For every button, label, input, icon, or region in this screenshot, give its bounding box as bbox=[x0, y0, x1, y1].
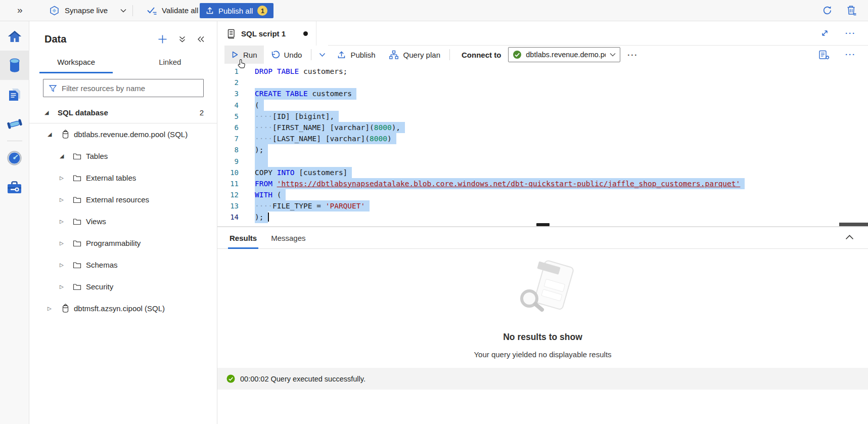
line-number: 4 bbox=[217, 100, 242, 111]
mouse-cursor-hand bbox=[238, 59, 246, 69]
collapse-all-icon[interactable] bbox=[178, 35, 186, 43]
expand-sidebar-icon[interactable]: » bbox=[17, 4, 23, 16]
code-text: WITH ( bbox=[255, 189, 286, 200]
expand-twisty-icon[interactable]: ▷ bbox=[60, 175, 73, 181]
code-line-13[interactable]: 13····FILE_TYPE = 'PARQUET' bbox=[217, 200, 868, 211]
play-icon bbox=[231, 51, 239, 59]
selection-highlight: ); bbox=[255, 211, 268, 223]
toolbar-more-options-icon[interactable]: ··· bbox=[845, 52, 856, 57]
line-number: 6 bbox=[217, 122, 242, 133]
code-line-12[interactable]: 12WITH ( bbox=[217, 189, 868, 200]
tab-more-options-icon[interactable]: ··· bbox=[845, 31, 856, 36]
sql-editor[interactable]: 1DROP TABLE customers;23CREATE TABLE cus… bbox=[217, 64, 868, 226]
tree-item-programmability[interactable]: ▷Programmability bbox=[29, 232, 217, 254]
properties-icon[interactable] bbox=[818, 50, 830, 60]
expand-twisty-icon[interactable]: ▷ bbox=[60, 284, 73, 289]
tree-item-label: Views bbox=[86, 217, 106, 226]
environment-label: Synapse live bbox=[65, 6, 108, 15]
line-number: 14 bbox=[217, 211, 242, 223]
data-panel-tabs: Workspace Linked bbox=[29, 51, 217, 73]
code-text: ); bbox=[255, 211, 269, 223]
expand-twisty-icon[interactable]: ▷ bbox=[60, 197, 73, 202]
filter-funnel-icon bbox=[49, 84, 57, 93]
results-body: No results to show Your query yielded no… bbox=[217, 249, 868, 368]
run-label: Run bbox=[243, 51, 257, 59]
nav-manage[interactable] bbox=[0, 173, 29, 202]
code-line-3[interactable]: 3CREATE TABLE customers bbox=[217, 88, 868, 99]
script-toolbar: Run Undo Publish Query plan Connect to bbox=[217, 46, 868, 64]
nav-integrate[interactable] bbox=[0, 109, 29, 139]
connect-pool-dropdown[interactable]: dbtlabs.revenue.demo.pool bbox=[508, 47, 620, 62]
tab-results[interactable]: Results bbox=[222, 227, 264, 249]
connect-more-options-icon[interactable]: ··· bbox=[627, 51, 638, 59]
publish-all-button[interactable]: Publish all 1 bbox=[200, 3, 273, 18]
nav-data[interactable] bbox=[0, 51, 29, 80]
selection-highlight bbox=[255, 156, 268, 167]
tab-workspace[interactable]: Workspace bbox=[29, 51, 123, 73]
tab-messages[interactable]: Messages bbox=[264, 227, 312, 249]
code-line-14[interactable]: 14); bbox=[217, 211, 868, 223]
code-line-9[interactable]: 9 bbox=[217, 156, 868, 167]
refresh-icon[interactable] bbox=[822, 5, 833, 16]
query-plan-button[interactable]: Query plan bbox=[382, 46, 447, 64]
tab-sql-script-1[interactable]: SQL script 1 bbox=[219, 21, 316, 46]
undo-button[interactable]: Undo bbox=[264, 46, 309, 64]
tree-item-dbtlabs-revenue-demo-pool-sql-[interactable]: ◢dbtlabs.revenue.demo.pool (SQL) bbox=[29, 123, 217, 145]
panel-title: Data bbox=[44, 33, 158, 45]
split-drag-handle[interactable] bbox=[536, 223, 550, 226]
tree-item-sql-database[interactable]: ◢SQL database2 bbox=[29, 102, 217, 123]
tree-item-external-tables[interactable]: ▷External tables bbox=[29, 167, 217, 189]
collapse-panel-icon[interactable] bbox=[197, 36, 205, 43]
code-line-2[interactable]: 2 bbox=[217, 77, 868, 88]
line-number: 5 bbox=[217, 111, 242, 122]
tree-item-schemas[interactable]: ▷Schemas bbox=[29, 254, 217, 276]
code-line-1[interactable]: 1DROP TABLE customers; bbox=[217, 66, 868, 77]
nav-home[interactable] bbox=[0, 21, 29, 51]
tree-item-external-resources[interactable]: ▷External resources bbox=[29, 189, 217, 210]
code-line-11[interactable]: 11FROM 'https://dbtlabsynapsedatalake.bl… bbox=[217, 178, 868, 189]
expand-twisty-icon[interactable]: ▷ bbox=[60, 240, 73, 246]
expand-twisty-icon[interactable]: ▷ bbox=[60, 219, 73, 224]
collapse-twisty-icon[interactable]: ◢ bbox=[60, 153, 73, 159]
discard-trash-icon[interactable] bbox=[847, 5, 857, 16]
editor-scrollbar-thumb[interactable] bbox=[839, 223, 868, 226]
collapse-results-icon[interactable] bbox=[845, 234, 854, 240]
code-text: DROP TABLE customers; bbox=[255, 66, 347, 77]
undo-redo-dropdown[interactable] bbox=[314, 46, 331, 64]
tab-linked[interactable]: Linked bbox=[123, 51, 217, 73]
selection-highlight: CREATE TABLE customers bbox=[255, 88, 356, 99]
code-line-4[interactable]: 4( bbox=[217, 100, 868, 111]
code-line-5[interactable]: 5····[ID] [bigint], bbox=[217, 111, 868, 122]
collapse-twisty-icon[interactable]: ◢ bbox=[44, 109, 58, 116]
publish-button[interactable]: Publish bbox=[331, 46, 382, 64]
synapse-live-selector[interactable]: Synapse live bbox=[44, 0, 131, 21]
expand-twisty-icon[interactable]: ▷ bbox=[48, 306, 61, 311]
tree-item-tables[interactable]: ◢Tables bbox=[29, 145, 217, 167]
code-text: CREATE TABLE customers bbox=[255, 88, 356, 99]
document-tabbar: SQL script 1 ··· bbox=[217, 21, 868, 46]
filter-box bbox=[43, 79, 204, 97]
nav-develop[interactable] bbox=[0, 80, 29, 109]
expand-editor-icon[interactable] bbox=[820, 29, 829, 37]
collapse-twisty-icon[interactable]: ◢ bbox=[48, 131, 61, 138]
top-command-bar: » Synapse live Validate all Publish all … bbox=[0, 0, 868, 21]
code-line-10[interactable]: 10COPY INTO [customers] bbox=[217, 167, 868, 178]
code-line-6[interactable]: 6····[FIRST_NAME] [varchar](8000), bbox=[217, 122, 868, 133]
code-line-7[interactable]: 7····[LAST_NAME] [varchar](8000) bbox=[217, 133, 868, 144]
nav-monitor[interactable] bbox=[0, 143, 29, 173]
tree-item-label: Tables bbox=[86, 152, 108, 160]
synapse-logo-icon bbox=[50, 6, 59, 16]
code-text: ····[ID] [bigint], bbox=[255, 111, 339, 122]
validate-all-button[interactable]: Validate all bbox=[143, 0, 202, 21]
validate-check-icon bbox=[147, 6, 157, 15]
publish-count-badge: 1 bbox=[257, 6, 267, 16]
tree-item-views[interactable]: ▷Views bbox=[29, 210, 217, 232]
add-resource-icon[interactable] bbox=[158, 34, 167, 44]
tree-item-security[interactable]: ▷Security bbox=[29, 276, 217, 298]
tree-item-dbtmsft-azsyn-cipool-sql-[interactable]: ▷dbtmsft.azsyn.cipool (SQL) bbox=[29, 298, 217, 319]
code-line-8[interactable]: 8); bbox=[217, 144, 868, 155]
line-number: 12 bbox=[217, 189, 242, 200]
expand-twisty-icon[interactable]: ▷ bbox=[60, 262, 73, 268]
no-results-illustration bbox=[510, 260, 576, 321]
filter-resources-input[interactable] bbox=[62, 84, 198, 93]
